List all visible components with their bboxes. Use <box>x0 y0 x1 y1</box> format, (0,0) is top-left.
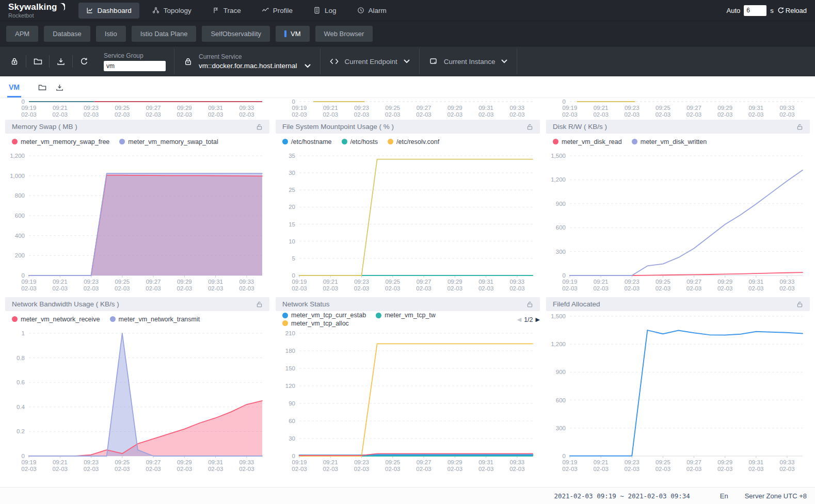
nav-item-log[interactable]: Log <box>306 3 344 19</box>
cutoff-chart-2[interactable]: 009:1902-0309:2102-0309:2302-0309:2502-0… <box>276 99 540 119</box>
filefd-allocated-chart[interactable]: 03006009001,2001,50009:1902-0309:2102-03… <box>546 311 810 474</box>
svg-text:02-03: 02-03 <box>562 285 577 291</box>
import-view-button[interactable] <box>38 84 46 91</box>
folder-icon <box>38 84 46 91</box>
refresh-templates-button[interactable] <box>78 57 90 66</box>
legend-item[interactable]: meter_vm_disk_read <box>553 138 622 145</box>
legend-item[interactable]: meter_vm_tcp_alloc <box>282 320 349 327</box>
tab-database[interactable]: Database <box>44 26 90 42</box>
current-endpoint-label: Current Endpoint <box>345 58 397 66</box>
legend-item[interactable]: meter_vm_network_receive <box>12 316 100 323</box>
svg-text:09:31: 09:31 <box>208 279 223 285</box>
current-service-selector[interactable]: Current Service vm::docker.for.mac.host.… <box>174 53 320 70</box>
lock-button[interactable] <box>9 57 20 66</box>
tab-istio[interactable]: Istio <box>96 26 126 42</box>
svg-text:09:33: 09:33 <box>780 105 795 111</box>
nav-item-alarm[interactable]: Alarm <box>349 3 394 19</box>
legend-item[interactable]: meter_vm_memory_swap_total <box>119 138 218 145</box>
svg-text:02-03: 02-03 <box>478 111 493 118</box>
legend-item[interactable]: meter_vm_disk_written <box>632 138 707 145</box>
svg-text:0: 0 <box>563 272 566 279</box>
network-bandwidth-chart[interactable]: 00.20.40.60.8109:1902-0309:2102-0309:230… <box>5 328 269 474</box>
tab-label: VM <box>291 30 301 38</box>
legend-dot <box>119 139 125 144</box>
svg-text:09:19: 09:19 <box>22 459 37 465</box>
svg-text:02-03: 02-03 <box>416 111 431 118</box>
toolbar-divider <box>72 55 73 68</box>
chart-legend: meter_vm_network_receivemeter_vm_network… <box>5 311 269 328</box>
svg-text:09:27: 09:27 <box>417 279 432 285</box>
svg-text:09:27: 09:27 <box>146 105 161 111</box>
svg-text:02-03: 02-03 <box>21 285 36 291</box>
disk-rw-chart[interactable]: 03006009001,2001,50009:1902-0309:2102-03… <box>546 151 810 293</box>
reload-button[interactable]: Reload <box>777 7 807 14</box>
legend-next-icon[interactable]: ▶ <box>536 316 540 323</box>
svg-text:02-03: 02-03 <box>625 285 640 291</box>
panel-lock-button[interactable] <box>796 123 803 131</box>
toolbar-divider <box>26 55 26 68</box>
legend-dot <box>282 139 288 144</box>
cutoff-chart-3[interactable]: 009:1902-0309:2102-0309:2302-0309:2502-0… <box>546 99 810 119</box>
svg-text:02-03: 02-03 <box>84 285 99 291</box>
svg-text:09:33: 09:33 <box>239 459 254 465</box>
export-view-button[interactable] <box>56 84 63 91</box>
svg-text:09:25: 09:25 <box>115 105 130 111</box>
svg-text:09:27: 09:27 <box>686 279 701 285</box>
cutoff-chart-row: 009:1902-0309:2102-0309:2302-0309:2502-0… <box>5 99 810 119</box>
panel-lock-button[interactable] <box>256 123 263 131</box>
svg-text:09:31: 09:31 <box>748 459 763 465</box>
chart-row-2: Network Bandwidth Usage ( KB/s ) meter_v… <box>5 297 810 474</box>
svg-text:09:31: 09:31 <box>748 279 763 285</box>
legend-item[interactable]: meter_vm_tcp_curr_estab <box>282 312 366 319</box>
svg-text:02-03: 02-03 <box>717 111 732 118</box>
network-status-chart[interactable]: 030609012015018021009:1902-0309:2102-030… <box>276 328 540 474</box>
svg-text:09:25: 09:25 <box>115 459 130 465</box>
tab-apm[interactable]: APM <box>6 26 38 42</box>
view-tab-vm[interactable]: VM <box>7 83 21 97</box>
panel-lock-button[interactable] <box>256 301 263 308</box>
tab-selfobservability[interactable]: SelfObservability <box>202 26 270 42</box>
svg-text:02-03: 02-03 <box>686 285 701 291</box>
brand-subtitle: Rocketbot <box>8 13 65 19</box>
legend-item[interactable]: meter_vm_memory_swap_free <box>12 138 109 145</box>
svg-text:0: 0 <box>292 453 295 459</box>
service-group-input[interactable] <box>104 61 166 71</box>
server-zone[interactable]: Server Zone UTC +8 <box>745 492 807 500</box>
panel-lock-button[interactable] <box>796 301 803 308</box>
legend-item[interactable]: meter_vm_network_transmit <box>110 316 200 323</box>
legend-item[interactable]: meter_vm_tcp_tw <box>376 312 436 319</box>
svg-text:02-03: 02-03 <box>748 466 763 472</box>
auto-interval-input[interactable] <box>744 5 766 16</box>
panel-lock-button[interactable] <box>526 301 533 308</box>
legend-item[interactable]: /etc/hosts <box>342 138 378 145</box>
nav-item-dashboard[interactable]: Dashboard <box>78 3 139 19</box>
svg-text:02-03: 02-03 <box>748 111 763 118</box>
export-template-button[interactable] <box>55 57 67 66</box>
nav-item-topology[interactable]: Topology <box>145 3 199 19</box>
language-switch[interactable]: En <box>720 492 728 500</box>
svg-text:02-03: 02-03 <box>177 285 192 291</box>
svg-text:90: 90 <box>289 400 295 407</box>
nav-item-trace[interactable]: Trace <box>204 3 249 19</box>
legend-prev-icon[interactable]: ◀ <box>517 316 521 323</box>
legend-item[interactable]: /etc/resolv.conf <box>388 138 439 145</box>
import-template-button[interactable] <box>32 57 43 66</box>
svg-text:02-03: 02-03 <box>686 111 701 118</box>
current-endpoint-selector[interactable]: Current Endpoint <box>321 58 419 66</box>
legend-pager: ◀ 1/2 ▶ <box>517 316 540 323</box>
nav-item-profile[interactable]: Profile <box>254 3 300 19</box>
svg-text:02-03: 02-03 <box>239 111 254 118</box>
tab-vm[interactable]: VM <box>276 26 310 42</box>
memory-swap-chart[interactable]: 02004006008001,0001,20009:1902-0309:2102… <box>5 151 269 293</box>
current-instance-selector[interactable]: Current Instance <box>420 57 517 66</box>
tab-istio-data-plane[interactable]: Istio Data Plane <box>132 26 197 42</box>
tab-web-browser[interactable]: Web Browser <box>315 26 373 42</box>
panel-lock-button[interactable] <box>526 123 533 131</box>
svg-text:0: 0 <box>22 453 25 459</box>
svg-text:900: 900 <box>556 201 566 207</box>
cutoff-chart-1[interactable]: 009:1902-0309:2102-0309:2302-0309:2502-0… <box>5 99 269 119</box>
time-range-picker[interactable]: 2021-02-03 09:19 ~ 2021-02-03 09:34 <box>554 492 690 500</box>
svg-text:09:31: 09:31 <box>478 105 493 111</box>
legend-item[interactable]: /etc/hostname <box>282 138 332 145</box>
filesystem-usage-chart[interactable]: 0510152025303509:1902-0309:2102-0309:230… <box>276 151 540 293</box>
